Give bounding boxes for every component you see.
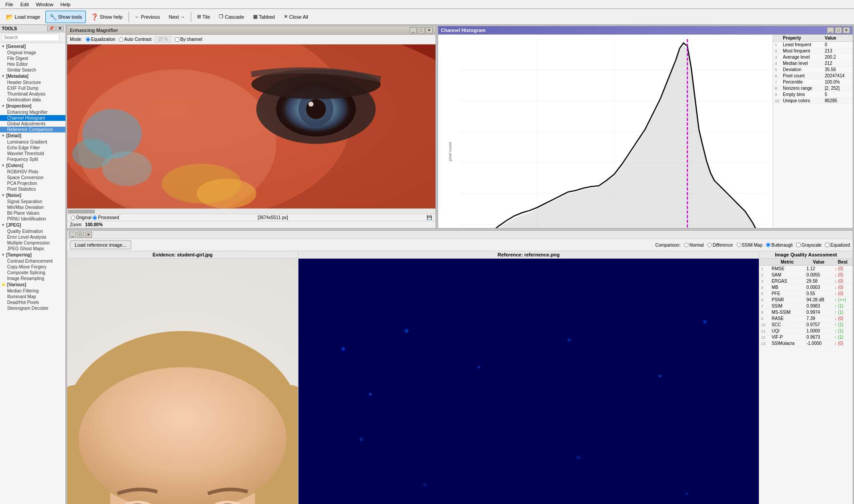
tabbed-button[interactable]: ▦ Tabbed	[249, 11, 279, 23]
tool-item-jpeg-ghost-maps[interactable]: JPEG Ghost Maps	[0, 246, 65, 252]
menu-window[interactable]: Window	[32, 2, 57, 7]
tool-item-contrast-enhancement[interactable]: Contrast Enhancement	[0, 258, 65, 264]
tool-item-luminance-gradient[interactable]: Luminance Gradient	[0, 139, 65, 145]
tool-group-metadata-header[interactable]: ▼ [Metadata]	[0, 73, 65, 80]
comparison-ssim-label[interactable]: SSIM Map	[737, 243, 763, 248]
tool-item-illuminant-map[interactable]: Illuminant Map	[0, 294, 65, 300]
ref-panel-btn1[interactable]: _	[69, 232, 76, 238]
tool-item-header-structure[interactable]: Header Structure	[0, 80, 65, 85]
tool-group-detail-header[interactable]: ▼ [Detail]	[0, 132, 65, 139]
comparison-butteraugli-radio[interactable]	[766, 243, 770, 247]
tool-item-composite-splicing[interactable]: Composite Splicing	[0, 270, 65, 276]
tools-pin-btn[interactable]: 📌	[47, 26, 56, 31]
view-processed-label[interactable]: Processed	[93, 215, 119, 220]
comparison-equalized-label[interactable]: Equalized	[825, 243, 850, 248]
view-original-radio[interactable]	[71, 216, 75, 220]
tool-item-prnu-identification[interactable]: PRNU Identification	[0, 216, 65, 222]
histogram-minimize-btn[interactable]: _	[827, 27, 834, 33]
mode-equalization-label[interactable]: Equalization	[86, 37, 115, 42]
tool-item-bit-plane-values[interactable]: Bit Plane Values	[0, 210, 65, 216]
tile-button[interactable]: ⊞ Tile	[193, 11, 214, 23]
by-channel-label[interactable]: By channel	[175, 37, 202, 42]
magnifier-scrollbar-thumb[interactable]	[68, 210, 95, 213]
tabbed-label: Tabbed	[259, 14, 275, 20]
svg-point-64	[478, 366, 480, 368]
tool-item-frequency-split[interactable]: Frequency Split	[0, 156, 65, 162]
by-channel-checkbox[interactable]	[175, 37, 179, 42]
magnifier-minimize-btn[interactable]: _	[410, 27, 417, 33]
comparison-ssim-radio[interactable]	[737, 243, 741, 247]
cascade-button[interactable]: ❐ Cascade	[215, 11, 248, 23]
magnifier-maximize-btn[interactable]: □	[418, 27, 425, 33]
histogram-maximize-btn[interactable]: □	[835, 27, 842, 33]
tool-item-thumbnail-analysis[interactable]: Thumbnail Analysis	[0, 91, 65, 97]
menu-help[interactable]: Help	[57, 2, 74, 7]
view-processed-radio[interactable]	[93, 216, 97, 220]
magnifier-scrollbar[interactable]	[67, 208, 435, 214]
tool-group-general-header[interactable]: ▼ [General]	[0, 43, 65, 50]
tool-item-global-adjustments[interactable]: Global Adjustments	[0, 121, 65, 127]
show-tools-button[interactable]: 🔧 Show tools	[45, 11, 86, 23]
show-help-button[interactable]: ❓ Show help	[87, 11, 126, 23]
tools-close-btn[interactable]: ✕	[56, 26, 64, 31]
comparison-grayscale-checkbox[interactable]	[796, 243, 801, 247]
tool-item-similar-search[interactable]: Similar Search	[0, 67, 65, 73]
load-reference-button[interactable]: Load reference image...	[70, 240, 131, 249]
tools-search-input[interactable]	[2, 34, 60, 41]
menu-edit[interactable]: Edit	[17, 2, 32, 7]
comparison-equalized-checkbox[interactable]	[825, 243, 830, 247]
load-image-button[interactable]: 📂 Load image	[2, 11, 44, 23]
ref-panel-close-btn[interactable]: ✕	[85, 232, 92, 238]
tool-item-file-digest[interactable]: File Digest	[0, 56, 65, 61]
comparison-grayscale-label[interactable]: Grayscale	[796, 243, 822, 248]
comparison-normal-radio[interactable]	[684, 243, 689, 247]
comparison-normal-label[interactable]: Normal	[684, 243, 704, 248]
tool-item-pca-projection[interactable]: PCA Projection	[0, 180, 65, 186]
tool-item-original-image[interactable]: Original Image	[0, 50, 65, 56]
mode-autocontrast-label[interactable]: Auto Contrast	[119, 37, 151, 42]
tool-item-minmax-deviation[interactable]: Min/Max Deviation	[0, 204, 65, 210]
view-original-label[interactable]: Original	[71, 215, 91, 220]
tool-item-signal-separation[interactable]: Signal Separation	[0, 199, 65, 204]
tool-item-exif-full-dump[interactable]: EXIF Full Dump	[0, 85, 65, 91]
comparison-difference-label[interactable]: Difference	[707, 243, 733, 248]
tool-item-quality-estimation[interactable]: Quality Estimation	[0, 228, 65, 234]
tool-group-colors-header[interactable]: ▼ [Colors]	[0, 162, 65, 169]
mode-equalization-radio[interactable]	[86, 37, 90, 42]
tool-item-geolocation-data[interactable]: Geolocation data	[0, 97, 65, 103]
group-various-label: [Various]	[7, 282, 26, 287]
comparison-butteraugli-label[interactable]: Butteraugli	[766, 243, 793, 248]
tool-group-jpeg-header[interactable]: ▼ [JPEG]	[0, 222, 65, 228]
tool-item-space-conversion[interactable]: Space Conversion	[0, 175, 65, 180]
tool-item-wavelet-threshold[interactable]: Wavelet Threshold	[0, 151, 65, 156]
tool-group-various-header[interactable]: ⭐ [Various]	[0, 281, 65, 288]
comparison-difference-radio[interactable]	[707, 243, 712, 247]
close-all-button[interactable]: ✕ Close All	[280, 11, 312, 23]
tool-item-copy-move-forgery[interactable]: Copy-Move Forgery	[0, 264, 65, 270]
tool-item-stereogram-decoder[interactable]: Stereogram Decoder	[0, 305, 65, 311]
tool-item-image-resampling[interactable]: Image Resampling	[0, 276, 65, 281]
tool-item-median-filtering[interactable]: Median Filtering	[0, 288, 65, 294]
mode-autocontrast-radio[interactable]	[119, 37, 123, 42]
menu-file[interactable]: File	[2, 2, 17, 7]
tool-group-tampering-header[interactable]: ▼ [Tampering]	[0, 252, 65, 258]
tool-item-multiple-compression[interactable]: Multiple Compression	[0, 240, 65, 246]
tool-item-dead-hot-pixels[interactable]: Dead/Hot Pixels	[0, 300, 65, 305]
histogram-close-btn[interactable]: ✕	[843, 27, 850, 33]
tool-item-enhancing-magnifier[interactable]: Enhancing Magnifier	[0, 109, 65, 115]
next-button[interactable]: Next →	[165, 11, 189, 23]
tool-item-pixel-statistics[interactable]: Pixel Statistics	[0, 186, 65, 192]
tool-item-channel-histogram[interactable]: Channel Histogram	[0, 115, 65, 121]
tool-group-noise-header[interactable]: ▼ [Noise]	[0, 192, 65, 199]
tool-item-reference-comparison[interactable]: Reference Comparison	[0, 127, 65, 132]
ref-panel-btn2[interactable]: □	[77, 232, 84, 238]
tool-item-echo-edge-filter[interactable]: Echo Edge Filter	[0, 145, 65, 151]
magnifier-save-icon[interactable]: 💾	[427, 215, 432, 220]
tool-item-error-level-analysis[interactable]: Error Level Analysis	[0, 234, 65, 240]
tool-item-rgbhsv-plots[interactable]: RGB/HSV Plots	[0, 169, 65, 175]
tool-item-hex-editor[interactable]: Hex Editor	[0, 61, 65, 67]
tool-group-inspection-header[interactable]: ▼ [Inspection]	[0, 103, 65, 109]
quality-row-metric: MS-SSIM	[770, 309, 805, 316]
previous-button[interactable]: ← Previous	[131, 11, 164, 23]
magnifier-close-btn[interactable]: ✕	[426, 27, 433, 33]
